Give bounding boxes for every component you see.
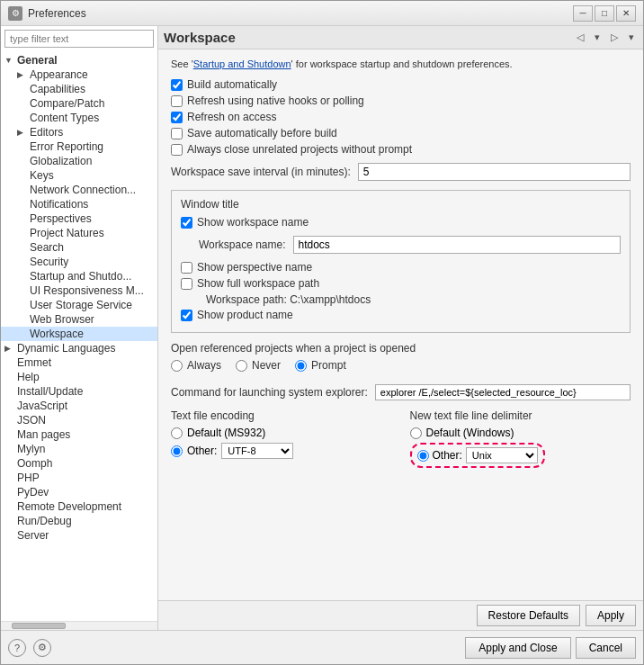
- sidebar-item-user-storage[interactable]: User Storage Service: [1, 298, 157, 312]
- open-projects-section: Open referenced projects when a project …: [171, 342, 631, 375]
- sidebar-item-php[interactable]: PHP: [1, 471, 157, 485]
- show-workspace-name-checkbox[interactable]: [181, 217, 192, 229]
- tree-label-capabilities: Capabilities: [30, 83, 85, 95]
- more-button[interactable]: ▾: [625, 30, 638, 45]
- sidebar-item-json[interactable]: JSON: [1, 413, 157, 427]
- workspace-path-row: Workspace path: C:\xampp\htdocs: [206, 293, 621, 306]
- sidebar-item-workspace[interactable]: Workspace: [1, 327, 157, 341]
- sidebar-item-man-pages[interactable]: Man pages: [1, 427, 157, 442]
- sidebar-item-security[interactable]: Security: [1, 255, 157, 269]
- tree-label-project-natures: Project Natures: [30, 227, 104, 239]
- command-input[interactable]: [375, 384, 631, 400]
- sidebar-item-capabilities[interactable]: Capabilities: [1, 82, 157, 96]
- encoding-other-label: Other:: [187, 445, 217, 457]
- show-perspective-name-row: Show perspective name: [181, 261, 621, 274]
- sidebar-item-project-natures[interactable]: Project Natures: [1, 226, 157, 240]
- sidebar-item-mylyn[interactable]: Mylyn: [1, 442, 157, 456]
- save-before-build-checkbox[interactable]: [171, 128, 183, 139]
- close-unrelated-checkbox[interactable]: [171, 144, 183, 156]
- sidebar-scrollbar[interactable]: [1, 621, 157, 630]
- newline-default-radio[interactable]: [410, 427, 422, 439]
- help-button[interactable]: ?: [8, 639, 26, 657]
- show-product-name-checkbox[interactable]: [181, 310, 192, 321]
- sidebar-item-remote-development[interactable]: Remote Development: [1, 499, 157, 514]
- show-workspace-name-row: Show workspace name: [181, 216, 621, 229]
- startup-shutdown-link[interactable]: Startup and Shutdown: [193, 58, 291, 69]
- tree-arrow-appearance: ▶: [17, 70, 30, 79]
- sidebar-item-help[interactable]: Help: [1, 370, 157, 384]
- dropdown-button[interactable]: ▾: [591, 30, 604, 45]
- command-row: Command for launching system explorer:: [171, 384, 631, 400]
- maximize-button[interactable]: □: [595, 5, 614, 22]
- encoding-other-radio[interactable]: [171, 445, 183, 457]
- close-button[interactable]: ✕: [616, 5, 636, 22]
- filter-input[interactable]: [4, 30, 154, 48]
- radio-prompt[interactable]: [295, 360, 307, 372]
- sidebar: ▼General▶AppearanceCapabilitiesCompare/P…: [1, 26, 158, 630]
- workspace-path-label: Workspace path:: [206, 293, 287, 306]
- forward-button[interactable]: ▷: [607, 30, 622, 45]
- back-button[interactable]: ◁: [573, 30, 587, 45]
- sidebar-item-appearance[interactable]: ▶Appearance: [1, 67, 157, 82]
- refresh-native-checkbox[interactable]: [171, 95, 183, 107]
- tree-arrow-dynamic-languages: ▶: [4, 344, 17, 353]
- sidebar-item-search[interactable]: Search: [1, 240, 157, 255]
- sidebar-item-content-types[interactable]: Content Types: [1, 111, 157, 125]
- tree-label-web-browser: Web Browser: [30, 313, 94, 326]
- tree-label-content-types: Content Types: [30, 112, 99, 124]
- command-label: Command for launching system explorer:: [171, 386, 368, 399]
- sidebar-item-install-update[interactable]: Install/Update: [1, 384, 157, 399]
- sidebar-item-general[interactable]: ▼General: [1, 53, 157, 67]
- apply-close-button[interactable]: Apply and Close: [465, 637, 570, 659]
- sidebar-item-perspectives[interactable]: Perspectives: [1, 211, 157, 226]
- sidebar-scroll-thumb[interactable]: [12, 623, 66, 629]
- tree-label-remote-development: Remote Development: [17, 500, 121, 513]
- sidebar-item-globalization[interactable]: Globalization: [1, 154, 157, 168]
- sidebar-item-javascript[interactable]: JavaScript: [1, 399, 157, 413]
- show-full-path-checkbox[interactable]: [181, 278, 192, 290]
- sidebar-item-pydev[interactable]: PyDev: [1, 485, 157, 499]
- window-title: Preferences: [28, 7, 86, 20]
- sidebar-item-editors[interactable]: ▶Editors: [1, 125, 157, 139]
- sidebar-item-server[interactable]: Server: [1, 528, 157, 543]
- minimize-button[interactable]: ─: [573, 5, 593, 22]
- sidebar-item-dynamic-languages[interactable]: ▶Dynamic Languages: [1, 341, 157, 355]
- info-text: See 'Startup and Shutdown' for workspace…: [171, 58, 631, 69]
- cancel-button[interactable]: Cancel: [576, 637, 636, 659]
- tree-label-general: General: [17, 54, 58, 67]
- show-perspective-name-checkbox[interactable]: [181, 262, 192, 274]
- sidebar-item-ui-responsiveness[interactable]: UI Responsiveness M...: [1, 283, 157, 298]
- sidebar-item-web-browser[interactable]: Web Browser: [1, 312, 157, 327]
- sidebar-item-keys[interactable]: Keys: [1, 168, 157, 183]
- newline-select[interactable]: Unix Windows Mac OS 9: [466, 447, 538, 463]
- sidebar-item-oomph[interactable]: Oomph: [1, 456, 157, 471]
- preference-tree: ▼General▶AppearanceCapabilitiesCompare/P…: [1, 51, 157, 621]
- radio-always[interactable]: [171, 360, 183, 372]
- tree-label-search: Search: [30, 241, 64, 254]
- newline-title: New text file line delimiter: [410, 409, 631, 422]
- build-auto-checkbox[interactable]: [171, 79, 183, 91]
- sidebar-item-emmet[interactable]: Emmet: [1, 355, 157, 370]
- workspace-name-input[interactable]: [293, 236, 622, 254]
- sidebar-item-compare-patch[interactable]: Compare/Patch: [1, 96, 157, 111]
- tree-label-emmet: Emmet: [17, 356, 51, 369]
- sidebar-item-network-connections[interactable]: Network Connection...: [1, 183, 157, 197]
- sidebar-item-error-reporting[interactable]: Error Reporting: [1, 139, 157, 154]
- preferences-button[interactable]: ⚙: [33, 639, 51, 657]
- save-interval-input[interactable]: [358, 163, 631, 181]
- refresh-access-checkbox[interactable]: [171, 112, 183, 123]
- save-before-build-row: Save automatically before build: [171, 127, 631, 139]
- encoding-default-radio[interactable]: [171, 427, 183, 439]
- encoding-select[interactable]: UTF-8 UTF-16 ISO-8859-1: [221, 443, 293, 459]
- close-unrelated-label: Always close unrelated projects without …: [187, 143, 412, 156]
- restore-defaults-button[interactable]: Restore Defaults: [477, 605, 580, 626]
- workspace-path-value: C:\xampp\htdocs: [290, 293, 371, 306]
- tree-label-server: Server: [17, 529, 49, 542]
- radio-never[interactable]: [236, 360, 247, 372]
- sidebar-item-notifications[interactable]: Notifications: [1, 197, 157, 211]
- sidebar-item-startup-shutdown[interactable]: Startup and Shutdo...: [1, 269, 157, 283]
- sidebar-item-run-debug[interactable]: Run/Debug: [1, 514, 157, 528]
- newline-other-radio[interactable]: [417, 450, 429, 462]
- apply-button[interactable]: Apply: [586, 605, 636, 626]
- panel-bottom-buttons: Restore Defaults Apply: [158, 600, 643, 630]
